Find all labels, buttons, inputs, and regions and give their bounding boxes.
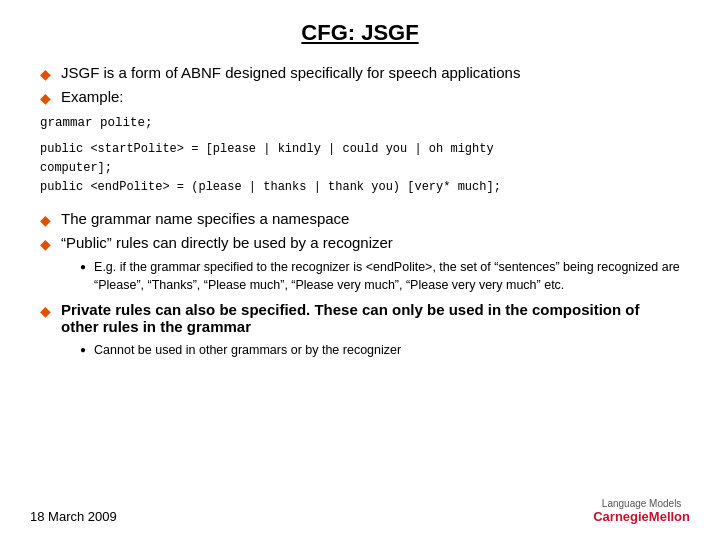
footer-right: Language Models CarnegieMellon — [593, 498, 690, 524]
code-line-1: public <startPolite> = [please | kindly … — [40, 140, 680, 159]
circle-icon-2-1: ● — [80, 261, 86, 272]
sub-bullet-text-2-1: E.g. if the grammar specified to the rec… — [94, 258, 680, 296]
diamond-icon-m3: ◆ — [40, 303, 51, 319]
intro-bullets: ◆ JSGF is a form of ABNF designed specif… — [40, 64, 680, 106]
bullet-item-1: ◆ JSGF is a form of ABNF designed specif… — [40, 64, 680, 82]
footer: 18 March 2009 Language Models CarnegieMe… — [0, 498, 720, 524]
diamond-icon-m1: ◆ — [40, 212, 51, 228]
main-bullet-text-2: “Public” rules can directly be used by a… — [61, 234, 393, 251]
sub-bullet-3-1: ● Cannot be used in other grammars or by… — [80, 341, 680, 360]
code-line-2: computer]; — [40, 159, 680, 178]
main-bullets-section: ◆ The grammar name specifies a namespace… — [40, 210, 680, 360]
diamond-icon-m2: ◆ — [40, 236, 51, 252]
code-block: public <startPolite> = [please | kindly … — [40, 140, 680, 198]
grammar-label: grammar polite; — [40, 116, 680, 130]
diamond-icon-2: ◆ — [40, 90, 51, 106]
code-line-3: public <endPolite> = (please | thanks | … — [40, 178, 680, 197]
main-bullet-1: ◆ The grammar name specifies a namespace — [40, 210, 680, 228]
main-bullet-text-3: Private rules can also be specified. The… — [61, 301, 680, 335]
bullet-text-1: JSGF is a form of ABNF designed specific… — [61, 64, 520, 81]
page-title: CFG: JSGF — [40, 20, 680, 46]
diamond-icon-1: ◆ — [40, 66, 51, 82]
footer-label: Language Models — [593, 498, 690, 509]
carnegie-mellon-logo: CarnegieMellon — [593, 509, 690, 524]
sub-bullet-2-1: ● E.g. if the grammar specified to the r… — [80, 258, 680, 296]
bullet-text-2: Example: — [61, 88, 124, 105]
footer-date: 18 March 2009 — [30, 509, 117, 524]
circle-icon-3-1: ● — [80, 344, 86, 355]
sub-bullet-text-3-1: Cannot be used in other grammars or by t… — [94, 341, 401, 360]
main-bullet-3: ◆ Private rules can also be specified. T… — [40, 301, 680, 335]
bullet-item-2: ◆ Example: — [40, 88, 680, 106]
main-bullet-text-1: The grammar name specifies a namespace — [61, 210, 349, 227]
main-bullet-2: ◆ “Public” rules can directly be used by… — [40, 234, 680, 252]
